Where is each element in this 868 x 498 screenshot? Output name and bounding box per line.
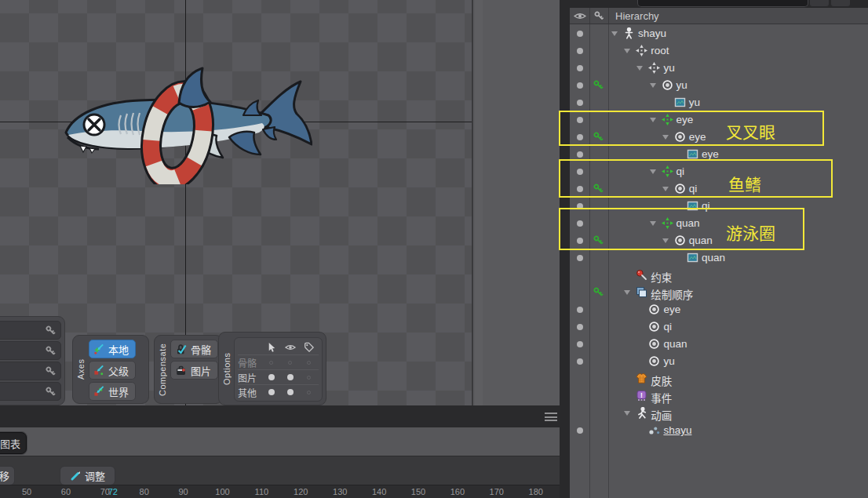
transform-row[interactable] xyxy=(0,341,61,360)
visibility-dot[interactable] xyxy=(577,82,583,89)
timeline-playhead-label[interactable]: 72 xyxy=(108,487,118,496)
tree-row-label[interactable]: quan xyxy=(702,252,725,264)
visibility-dot[interactable] xyxy=(577,255,583,261)
option-toggle[interactable] xyxy=(300,376,319,380)
expand-triangle-icon[interactable] xyxy=(624,411,630,416)
key-icon[interactable] xyxy=(42,363,59,379)
top-button[interactable] xyxy=(810,0,829,6)
bag-icon xyxy=(175,365,187,376)
tree-row-label[interactable]: yu xyxy=(677,79,687,91)
expand-triangle-icon[interactable] xyxy=(624,290,630,295)
visibility-dot[interactable] xyxy=(577,358,583,365)
tree-row-label[interactable]: qi xyxy=(663,321,672,333)
tree-row-label[interactable]: shayu xyxy=(663,424,691,436)
transform-row[interactable] xyxy=(0,321,61,340)
search-field-partial[interactable] xyxy=(637,0,808,7)
timeline-ruler[interactable]: 506070809010011012013014015016017018072 xyxy=(0,485,562,498)
visibility-dot[interactable] xyxy=(577,324,583,330)
expand-triangle-icon[interactable] xyxy=(650,83,656,88)
tree-row-label[interactable]: yu xyxy=(663,355,674,367)
viewport-scrollbar-track[interactable] xyxy=(475,0,483,405)
axes-panel: Axes 本地父级世界 xyxy=(72,335,149,404)
option-toggle[interactable] xyxy=(262,361,281,365)
key-icon[interactable] xyxy=(42,343,59,358)
tree-row-yu[interactable]: yu xyxy=(570,94,868,111)
option-toggle[interactable] xyxy=(281,389,300,395)
tree-row-约束[interactable]: 约束 xyxy=(570,267,868,284)
transform-row[interactable] xyxy=(0,362,61,380)
visibility-dot[interactable] xyxy=(577,341,583,347)
visibility-dot[interactable] xyxy=(577,48,583,54)
tree-row-yu[interactable]: yu xyxy=(570,60,868,77)
options-panel: Options 骨骼图片其他 xyxy=(218,332,326,405)
adjust-button[interactable]: 调整 xyxy=(60,466,115,485)
tree-row-shayu[interactable]: shayu xyxy=(570,422,868,439)
option-toggle[interactable] xyxy=(281,361,300,365)
tree-row-quan[interactable]: quan xyxy=(570,336,868,353)
slot-icon xyxy=(648,338,660,350)
visibility-dot[interactable] xyxy=(577,31,583,37)
shark-artwork xyxy=(61,67,312,184)
visibility-dot[interactable] xyxy=(577,151,583,158)
key-icon[interactable] xyxy=(42,383,59,399)
annotation-box-eye xyxy=(559,111,824,146)
expand-triangle-icon[interactable] xyxy=(611,31,618,36)
tree-row-label[interactable]: 动画 xyxy=(651,407,672,423)
tree-row-label[interactable]: shayu xyxy=(638,27,666,39)
tree-row-label[interactable]: 事件 xyxy=(651,390,672,405)
visibility-dot[interactable] xyxy=(577,307,583,313)
tree-row-label[interactable]: 约束 xyxy=(651,269,672,285)
tree-row-yu[interactable]: yu xyxy=(570,353,868,370)
tree-row-label[interactable]: yu xyxy=(689,96,700,108)
compensate-button-1[interactable]: 图片 xyxy=(170,361,218,380)
options-row: 骨骼 xyxy=(238,354,319,369)
viewport-canvas[interactable]: Axes 本地父级世界 Compensate 骨骼图片 Options 骨骼图片… xyxy=(0,0,472,405)
option-toggle[interactable] xyxy=(300,361,319,365)
expand-triangle-icon[interactable] xyxy=(624,49,630,53)
tree-row-yu[interactable]: yu xyxy=(570,77,868,94)
dopesheet-tab-bar: 图表 xyxy=(0,427,562,456)
axes-button-0[interactable]: 本地 xyxy=(89,340,136,358)
top-button[interactable] xyxy=(831,0,850,6)
tree-row-label[interactable]: 皮肤 xyxy=(651,373,672,388)
hierarchy-title-bar: Hierarchy xyxy=(570,8,868,24)
skin-icon xyxy=(636,373,647,384)
timeline-tick-label: 110 xyxy=(255,487,269,496)
visibility-dot[interactable] xyxy=(577,427,583,434)
tree-row-绘制顺序[interactable]: 绘制顺序 xyxy=(570,284,868,301)
tree-row-eye[interactable]: eye xyxy=(570,301,868,318)
key-column-key-icon xyxy=(593,10,605,22)
key-green-icon[interactable] xyxy=(593,286,604,298)
tree-row-label[interactable]: eye xyxy=(702,148,719,160)
visibility-dot[interactable] xyxy=(577,65,583,71)
tree-row-皮肤[interactable]: 皮肤 xyxy=(570,370,868,387)
option-toggle[interactable] xyxy=(262,374,281,380)
axes-button-1[interactable]: 父级 xyxy=(89,361,136,380)
option-toggle[interactable] xyxy=(300,391,319,394)
visibility-dot[interactable] xyxy=(577,100,583,106)
tree-row-label[interactable]: eye xyxy=(663,304,680,315)
transform-row[interactable] xyxy=(0,382,61,401)
offset-button[interactable]: 移 xyxy=(0,466,15,485)
option-toggle[interactable] xyxy=(281,374,300,380)
tree-row-label[interactable]: 绘制顺序 xyxy=(651,286,693,302)
tab-graph[interactable]: 图表 xyxy=(0,432,27,454)
axes-button-2[interactable]: 世界 xyxy=(89,382,136,401)
tree-row-label[interactable]: root xyxy=(651,45,669,56)
compensate-button-0[interactable]: 骨骼 xyxy=(170,340,218,358)
key-green-icon[interactable] xyxy=(593,79,604,91)
tree-row-qi[interactable]: qi xyxy=(570,318,868,336)
option-toggle[interactable] xyxy=(262,389,281,395)
tree-row-shayu[interactable]: shayu xyxy=(570,25,868,42)
cursor-icon xyxy=(262,342,281,353)
tree-row-事件[interactable]: !事件 xyxy=(570,387,868,405)
tree-row-label[interactable]: quan xyxy=(663,338,687,350)
tree-row-label[interactable]: yu xyxy=(663,62,674,74)
key-icon[interactable] xyxy=(42,322,59,338)
hierarchy-title: Hierarchy xyxy=(615,10,659,22)
menu-icon[interactable] xyxy=(545,413,557,421)
expand-triangle-icon[interactable] xyxy=(636,66,643,71)
tree-row-动画[interactable]: 动画 xyxy=(570,405,868,422)
tree-row-root[interactable]: root xyxy=(570,42,868,60)
tree-row-quan[interactable]: quan xyxy=(570,249,868,267)
